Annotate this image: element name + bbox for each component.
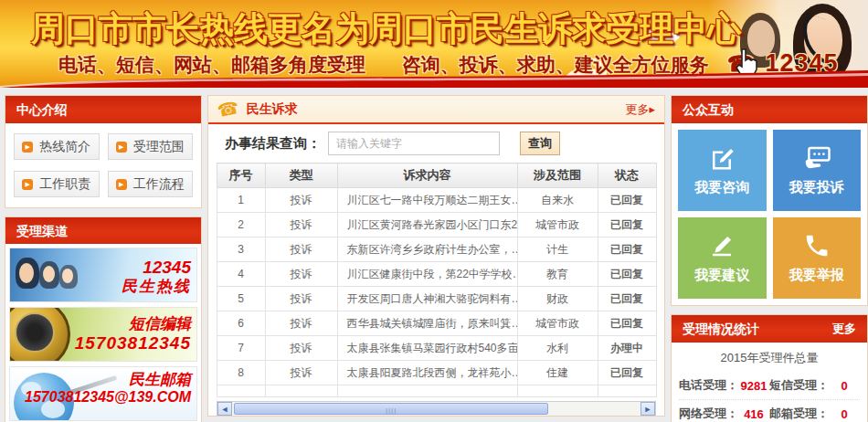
table-row: 1 投诉 川汇区七一路中段万顺达二期王女… 自来水 已回复 (217, 188, 656, 213)
table-row: 6 投诉 西华县城关镇城隍庙街，原来叫箕… 城管市政 已回复 (217, 311, 656, 336)
cell-type: 投诉 (265, 311, 337, 336)
status-badge: 已回复 (598, 213, 656, 237)
appeal-link[interactable]: 开发区周口唐人神湘大骆驼饲料有… (337, 287, 517, 311)
col-header-status: 状态 (598, 164, 656, 188)
horizontal-scrollbar[interactable]: ◄ |||| ► (217, 401, 656, 417)
table-row: 7 投诉 太康县张集镇马菜园行政村540多亩… 水利 办理中 (217, 336, 656, 361)
keyword-input[interactable] (328, 132, 500, 155)
col-header-no: 序号 (217, 164, 265, 188)
result-search-row: 办事结果查询： 查询 (208, 124, 664, 163)
arrow-bullet-icon: ▶ (22, 142, 33, 153)
tile-label: 我要投诉 (789, 179, 844, 196)
status-badge: 已回复 (598, 287, 656, 311)
stats-subtitle: 2015年受理件总量 (672, 343, 867, 372)
stat-value: 9281 (738, 379, 769, 393)
appeal-link[interactable]: 川汇区健康街中段，第22中学学校… (337, 262, 517, 287)
center-intro-panel: 中心介绍 ▶ 热线简介 ▶ 受理范围 ▶ 工作职责 ▶ 工作流程 (5, 95, 202, 208)
stat-label: 邮箱受理： (769, 406, 829, 422)
cell-empty (598, 385, 656, 397)
cell-no: 1 (217, 188, 265, 213)
tile-consult[interactable]: 我要咨询 (678, 130, 767, 211)
scroll-left-arrow-icon[interactable]: ◄ (217, 402, 232, 416)
cell-scope: 财政 (517, 287, 598, 311)
cell-scope: 教育 (517, 262, 598, 287)
scrollbar-thumb[interactable]: |||| (234, 403, 548, 415)
stat-value: 416 (738, 407, 769, 421)
stats-row: 电话受理： 9281 短信受理： 0 (679, 372, 860, 399)
intro-button-hotline-profile[interactable]: ▶ 热线简介 (14, 133, 100, 160)
appeals-more-link[interactable]: 更多▸ (625, 101, 655, 118)
stats-header: 受理情况统计 更多 (672, 315, 867, 343)
arrow-bullet-icon: ▶ (116, 179, 127, 190)
banner-title: 周口市市长热线更名为周口市民生诉求受理中心 (31, 6, 741, 52)
scrollbar-grip-icon: |||| (386, 406, 397, 415)
phone-handset-icon (803, 232, 831, 259)
mail-address-text: 15703812345@139.COM (25, 389, 191, 406)
mail-banner[interactable]: 民生邮箱 15703812345@139.COM (9, 366, 197, 421)
intro-button-label: 热线简介 (39, 139, 90, 155)
mail-label-text: 民生邮箱 (25, 371, 191, 389)
cell-type: 投诉 (265, 188, 337, 213)
stat-mail: 邮箱受理： 0 (769, 406, 860, 422)
status-badge: 已回复 (598, 311, 656, 336)
cell-no: 5 (217, 287, 265, 311)
appeals-table: 序号 类型 诉求内容 涉及范围 状态 1 投诉 川汇区七一路中段万顺达二期王女…… (217, 163, 657, 397)
stats-grid: 电话受理： 9281 短信受理： 0 网络受理： 416 邮箱受理： (672, 372, 867, 422)
intro-button-label: 受理范围 (133, 139, 185, 155)
stat-label: 网络受理： (679, 406, 738, 422)
cell-type: 投诉 (265, 361, 337, 385)
intro-button-acceptance-scope[interactable]: ▶ 受理范围 (108, 133, 194, 160)
stat-web: 网络受理： 416 (679, 406, 769, 422)
interaction-panel: 公众互动 我要咨询 我要投诉 (671, 95, 868, 306)
appeal-link[interactable]: 西华县城关镇城隍庙街，原来叫箕… (337, 311, 517, 336)
intro-button-label: 工作职责 (39, 176, 90, 193)
intro-buttons: ▶ 热线简介 ▶ 受理范围 ▶ 工作职责 ▶ 工作流程 (5, 123, 201, 207)
search-button[interactable]: 查询 (520, 132, 560, 155)
appeal-link[interactable]: 东新区许湾乡乡政府计生办公室，… (337, 237, 517, 262)
hotline-label-text: 民生热线 (122, 278, 191, 296)
sms-banner[interactable]: 短信编辑 15703812345 (9, 307, 197, 362)
hotline-banner[interactable]: 12345 民生热线 (9, 248, 197, 302)
tile-label: 我要举报 (789, 267, 844, 284)
appeals-header: ☎ 民生诉求 更多▸ (208, 96, 664, 124)
cell-scope: 水利 (517, 336, 598, 361)
stats-more-link[interactable]: 更多 (832, 315, 856, 343)
status-badge: 已回复 (598, 361, 656, 385)
channels-panel: 12345 民生热线 短信编辑 15703812345 民生邮箱 (5, 244, 202, 422)
tablet-hand-icon (802, 144, 831, 172)
right-sidebar: 公众互动 我要咨询 我要投诉 (671, 95, 868, 422)
appeal-link[interactable]: 太康县阳夏路北段西侧，龙祥苑小… (337, 361, 517, 385)
status-badge: 已回复 (598, 237, 656, 262)
table-row: 3 投诉 东新区许湾乡乡政府计生办公室，… 计生 已回复 (217, 237, 656, 262)
stat-label: 电话受理： (679, 377, 738, 394)
appeal-link[interactable]: 川汇区黄河路春光家园小区门口东2… (337, 213, 517, 237)
stat-phone: 电话受理： 9281 (679, 377, 769, 394)
top-banner: 周口市市长热线更名为周口市民生诉求受理中心 电话、短信、网站、邮箱多角度受理 咨… (0, 0, 868, 88)
cell-empty (265, 385, 337, 397)
stats-title: 受理情况统计 (683, 315, 759, 343)
stat-sms: 短信受理： 0 (769, 377, 860, 394)
col-header-content: 诉求内容 (337, 164, 517, 188)
tile-suggest[interactable]: 我要建议 (678, 217, 767, 299)
stats-row: 网络受理： 416 邮箱受理： 0 (679, 399, 860, 422)
intro-button-workflow[interactable]: ▶ 工作流程 (108, 171, 194, 197)
intro-button-duties[interactable]: ▶ 工作职责 (14, 171, 100, 197)
table-row: 8 投诉 太康县阳夏路北段西侧，龙祥苑小… 住建 已回复 (217, 361, 656, 385)
cell-type: 投诉 (265, 336, 337, 361)
banner-swoosh (0, 68, 868, 88)
cell-no: 6 (217, 311, 265, 336)
appeal-link[interactable]: 川汇区七一路中段万顺达二期王女… (337, 188, 517, 213)
tile-complain[interactable]: 我要投诉 (773, 130, 862, 211)
scrollbar-track[interactable]: |||| (232, 402, 640, 416)
table-row: 2 投诉 川汇区黄河路春光家园小区门口东2… 城管市政 已回复 (217, 213, 656, 237)
cell-type: 投诉 (265, 237, 337, 262)
status-badge: 办理中 (598, 336, 656, 361)
appeal-link[interactable]: 太康县张集镇马菜园行政村540多亩… (337, 336, 517, 361)
cell-no: 7 (217, 336, 265, 361)
table-row: 5 投诉 开发区周口唐人神湘大骆驼饲料有… 财政 已回复 (217, 287, 656, 311)
scroll-right-arrow-icon[interactable]: ► (640, 402, 655, 416)
cell-scope: 城管市政 (517, 213, 598, 237)
channels-header: 受理渠道 (5, 216, 202, 244)
hotline-number-text: 12345 (122, 258, 191, 278)
tile-report[interactable]: 我要举报 (773, 217, 862, 299)
